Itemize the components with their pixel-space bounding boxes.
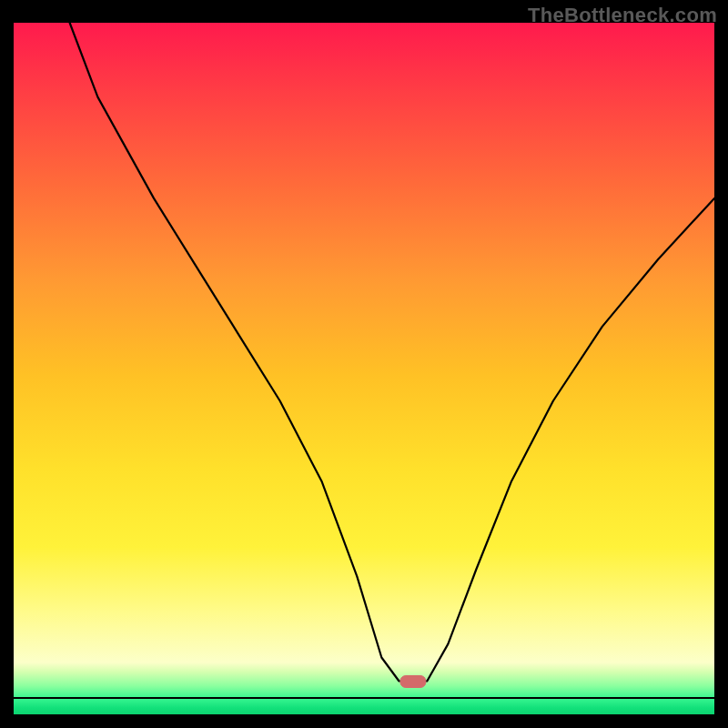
minimum-marker — [400, 676, 426, 688]
bottleneck-curve — [70, 23, 714, 682]
watermark-text: TheBottleneck.com — [528, 4, 717, 27]
chart-frame: TheBottleneck.com — [0, 0, 728, 728]
chart-svg — [14, 23, 714, 714]
plot-area — [14, 23, 714, 714]
